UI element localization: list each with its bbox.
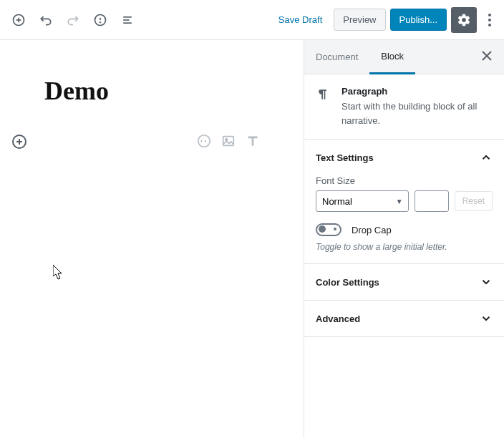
insert-block-inline-button[interactable]: [11, 133, 28, 150]
block-info: Paragraph Start with the building block …: [304, 74, 504, 140]
redo-button[interactable]: [60, 7, 86, 33]
block-type-suggestions: [196, 133, 275, 151]
add-block-button[interactable]: [6, 7, 32, 33]
top-toolbar: Save Draft Preview Publish...: [0, 0, 504, 40]
font-size-select-wrap: Normal ▼: [316, 190, 409, 212]
publish-button[interactable]: Publish...: [390, 9, 447, 31]
post-title[interactable]: Demo: [44, 76, 275, 106]
svg-rect-16: [223, 136, 234, 145]
svg-point-5: [100, 21, 101, 22]
drop-cap-row: Drop Cap: [316, 223, 493, 236]
preview-button[interactable]: Preview: [334, 9, 385, 31]
paragraph-icon: [316, 87, 330, 127]
svg-point-15: [198, 135, 210, 147]
save-draft-button[interactable]: Save Draft: [271, 9, 329, 31]
panel-title: Color Settings: [316, 277, 379, 288]
more-options-button[interactable]: [481, 7, 498, 33]
panel-title: Advanced: [316, 313, 360, 324]
panel-text-settings: Text Settings Font Size Normal ▼ Reset: [304, 140, 504, 264]
main-area: Demo Document Block Parag: [0, 40, 504, 438]
toolbar-right-group: Save Draft Preview Publish...: [271, 7, 498, 33]
chevron-up-icon: [480, 151, 493, 164]
drop-cap-help: Toggle to show a large initial letter.: [316, 242, 493, 252]
panel-header-text-settings[interactable]: Text Settings: [304, 140, 504, 175]
undo-button[interactable]: [33, 7, 59, 33]
drop-cap-label: Drop Cap: [352, 225, 392, 235]
toggle-knob: [319, 225, 326, 233]
block-placeholder-row: [36, 127, 275, 156]
gear-icon: [457, 13, 471, 27]
font-size-reset-button[interactable]: Reset: [455, 191, 493, 211]
font-size-row: Normal ▼ Reset: [316, 190, 493, 212]
panel-advanced: Advanced: [304, 301, 504, 337]
panel-body-text-settings: Font Size Normal ▼ Reset: [304, 175, 504, 263]
mouse-cursor-icon: [53, 265, 64, 281]
settings-toggle-button[interactable]: [451, 7, 477, 33]
panel-color-settings: Color Settings: [304, 264, 504, 301]
settings-sidebar: Document Block Paragraph Start with the …: [304, 40, 504, 438]
sidebar-tabs: Document Block: [304, 40, 504, 74]
svg-point-9: [488, 14, 491, 16]
block-navigation-button[interactable]: [115, 7, 140, 33]
panel-header-advanced[interactable]: Advanced: [304, 301, 504, 336]
font-size-select[interactable]: Normal: [316, 190, 409, 212]
content-structure-button[interactable]: [87, 7, 113, 33]
panel-header-color-settings[interactable]: Color Settings: [304, 264, 504, 300]
chevron-down-icon: [480, 276, 493, 288]
toggle-indicator: [334, 228, 336, 230]
font-size-custom-input[interactable]: [415, 190, 449, 212]
block-description: Start with the building block of all nar…: [341, 99, 493, 127]
font-size-label: Font Size: [316, 175, 493, 186]
editor-canvas[interactable]: Demo: [0, 40, 304, 438]
image-icon[interactable]: [220, 133, 236, 151]
svg-point-10: [488, 19, 491, 21]
drop-cap-toggle[interactable]: [316, 223, 341, 236]
block-info-text: Paragraph Start with the building block …: [341, 86, 493, 127]
svg-point-11: [488, 24, 491, 26]
chevron-down-icon: [480, 312, 493, 325]
more-vertical-icon: [488, 14, 491, 26]
panel-title: Text Settings: [316, 152, 374, 163]
tab-document[interactable]: Document: [304, 40, 369, 74]
close-sidebar-button[interactable]: [472, 43, 501, 72]
heading-icon[interactable]: [245, 133, 261, 151]
tab-block[interactable]: Block: [369, 40, 415, 74]
close-icon: [482, 51, 492, 61]
quote-icon[interactable]: [196, 133, 212, 151]
block-name: Paragraph: [341, 86, 493, 97]
toolbar-left-group: [6, 7, 140, 33]
